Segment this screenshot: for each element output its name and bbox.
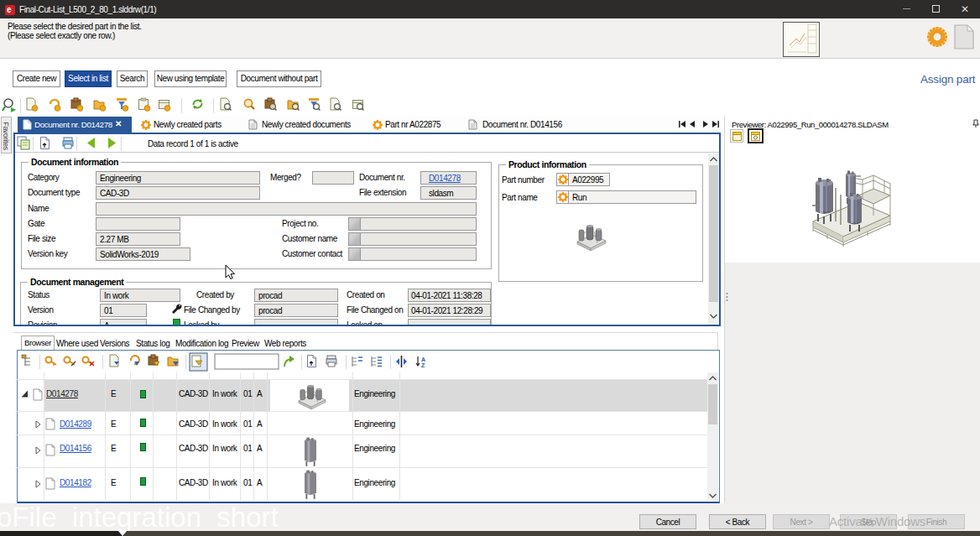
svg-text:A: A <box>421 356 425 362</box>
svg-text:Z: Z <box>421 362 425 368</box>
